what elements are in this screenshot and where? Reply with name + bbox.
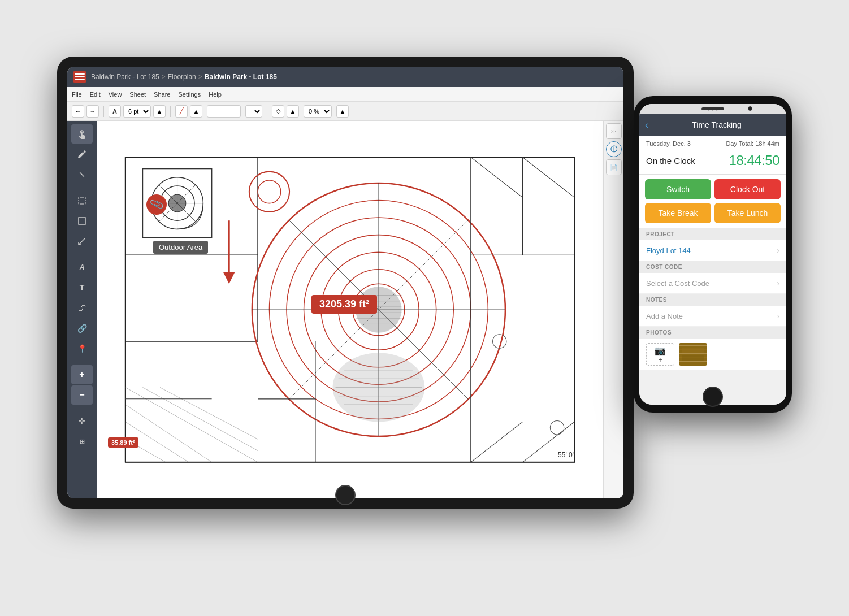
- cost-code-placeholder: Select a Cost Code: [646, 279, 709, 288]
- phone-navbar: ‹ Time Tracking: [639, 114, 786, 136]
- tool-hand[interactable]: [71, 124, 93, 144]
- date-row: Tuesday, Dec. 3 Day Total: 18h 44m: [639, 136, 786, 149]
- back-button[interactable]: ←: [72, 105, 84, 118]
- opacity-up[interactable]: ▲: [336, 105, 349, 118]
- svg-rect-68: [682, 355, 704, 361]
- day-total-label: Day Total: 18h 44m: [726, 140, 779, 147]
- tool-select[interactable]: [71, 191, 93, 210]
- cost-code-section-header: COST CODE: [639, 261, 786, 273]
- tool-text-size[interactable]: A: [71, 258, 93, 277]
- toolbar: ← → A 6 pt ▲ ╱ ▲ 1: [67, 102, 623, 121]
- opacity-select[interactable]: 0 %: [304, 105, 332, 118]
- fill-color-button[interactable]: ◇: [272, 105, 284, 118]
- page-title: Time Tracking: [653, 120, 781, 129]
- add-photo-button[interactable]: 📷 +: [646, 343, 674, 366]
- phone-speaker: [701, 107, 724, 110]
- svg-rect-67: [682, 348, 704, 353]
- clock-out-button[interactable]: Clock Out: [714, 179, 781, 199]
- doc-button[interactable]: 📄: [606, 159, 622, 175]
- annotation-text: Outdoor Area: [159, 243, 202, 251]
- tool-palette: A T 🖇 🔗 📍 + − ✛ ⊞: [67, 121, 97, 498]
- take-lunch-button[interactable]: Take Lunch: [714, 203, 781, 223]
- tool-line[interactable]: [71, 165, 93, 184]
- nav-buttons-group: ← →: [72, 105, 99, 118]
- menubar: File Edit View Sheet Share Settings Help: [67, 87, 623, 102]
- tool-move[interactable]: ✛: [71, 411, 93, 431]
- fill-group: ◇ ▲: [272, 105, 299, 118]
- photo-thumbnail[interactable]: [679, 343, 707, 366]
- phone-home-button[interactable]: [703, 387, 723, 407]
- scene: Baldwin Park - Lot 185 > Floorplan > Bal…: [57, 40, 792, 576]
- tool-grid[interactable]: ⊞: [71, 432, 93, 451]
- info-button[interactable]: ⓘ: [606, 141, 622, 157]
- forward-button[interactable]: →: [86, 105, 99, 118]
- phone-content: Tuesday, Dec. 3 Day Total: 18h 44m On th…: [639, 136, 786, 405]
- action-buttons: Switch Clock Out Take Break Take Lunch: [639, 175, 786, 228]
- font-color-button[interactable]: A: [109, 105, 121, 118]
- menu-view[interactable]: View: [109, 91, 122, 98]
- project-value: Floyd Lot 144: [646, 246, 691, 255]
- notes-row[interactable]: Add a Note ›: [639, 306, 786, 327]
- photo-thumb-content: [679, 343, 707, 366]
- notes-section-header: NOTES: [639, 294, 786, 306]
- notes-placeholder: Add a Note: [646, 312, 683, 320]
- tablet-home-button[interactable]: [335, 485, 356, 505]
- tablet-screen: Baldwin Park - Lot 185 > Floorplan > Bal…: [67, 67, 623, 498]
- line-style-up[interactable]: ▲: [190, 105, 202, 118]
- toolbar-divider-1: [103, 106, 104, 117]
- tool-zoom-in[interactable]: +: [71, 365, 93, 384]
- menu-sheet[interactable]: Sheet: [129, 91, 146, 98]
- right-panel: >> ⓘ 📄: [603, 121, 623, 498]
- floorplan: 📎 Outdoor Area 3205.39 ft² 35.89 ft² 55'…: [97, 121, 603, 498]
- clock-section: On the Clock 18:44:50: [639, 149, 786, 175]
- phone-camera: [748, 106, 752, 111]
- back-button[interactable]: ‹: [645, 119, 648, 131]
- tool-text[interactable]: T: [71, 278, 93, 297]
- font-size-up[interactable]: ▲: [153, 105, 166, 118]
- project-arrow-icon: ›: [777, 246, 779, 255]
- tool-stamp[interactable]: 📍: [71, 339, 93, 358]
- expand-button[interactable]: >>: [606, 123, 622, 139]
- fill-style-up[interactable]: ▲: [287, 105, 299, 118]
- date-label: Tuesday, Dec. 3: [646, 140, 691, 147]
- toolbar-divider-3: [267, 106, 267, 117]
- plus-icon: +: [658, 356, 662, 364]
- menu-edit[interactable]: Edit: [90, 91, 101, 98]
- tablet-device: Baldwin Park - Lot 185 > Floorplan > Bal…: [57, 57, 634, 509]
- breadcrumb-part1: Baldwin Park - Lot 185: [91, 73, 159, 81]
- clock-row: On the Clock 18:44:50: [646, 153, 779, 168]
- small-area-label: 35.89 ft²: [108, 437, 138, 448]
- canvas-area: A T 🖇 🔗 📍 + − ✛ ⊞: [67, 121, 623, 498]
- on-clock-label: On the Clock: [646, 156, 695, 166]
- tool-pen[interactable]: [71, 145, 93, 164]
- area-measurement-label: 3205.39 ft²: [311, 295, 377, 314]
- app-icon: [73, 71, 86, 83]
- font-size-select[interactable]: 6 pt: [123, 105, 151, 118]
- tool-rectangle[interactable]: [71, 211, 93, 231]
- breadcrumb-part2: Floorplan: [168, 73, 196, 81]
- take-break-button[interactable]: Take Break: [645, 203, 711, 223]
- line-value-select[interactable]: 1: [245, 105, 262, 118]
- breadcrumb-sep2: >: [198, 73, 202, 81]
- project-row[interactable]: Floyd Lot 144 ›: [639, 240, 786, 261]
- clock-time-display: 18:44:50: [729, 153, 779, 168]
- menu-help[interactable]: Help: [209, 91, 222, 98]
- photos-section-header: PHOTOS: [639, 327, 786, 339]
- tool-link[interactable]: 🔗: [71, 319, 93, 338]
- phone-device: ● ● ● ‹ Time Tracking Tuesday, Dec. 3 Da…: [634, 96, 792, 413]
- breadcrumb-sep1: >: [162, 73, 166, 81]
- menu-share[interactable]: Share: [154, 91, 170, 98]
- menu-settings[interactable]: Settings: [178, 91, 201, 98]
- line-color-button[interactable]: ╱: [175, 105, 188, 118]
- tool-diagonal[interactable]: [71, 232, 93, 251]
- project-section-header: PROJECT: [639, 228, 786, 240]
- menu-file[interactable]: File: [72, 91, 82, 98]
- camera-icon: 📷: [655, 345, 666, 356]
- tool-zoom-out[interactable]: −: [71, 385, 93, 405]
- cost-code-arrow-icon: ›: [777, 279, 779, 288]
- cost-code-row[interactable]: Select a Cost Code ›: [639, 273, 786, 294]
- annotation-box: Outdoor Area: [153, 241, 208, 254]
- phone-screen: ● ● ● ‹ Time Tracking Tuesday, Dec. 3 Da…: [639, 104, 786, 405]
- tool-attach[interactable]: 🖇: [71, 298, 93, 318]
- switch-button[interactable]: Switch: [645, 179, 711, 199]
